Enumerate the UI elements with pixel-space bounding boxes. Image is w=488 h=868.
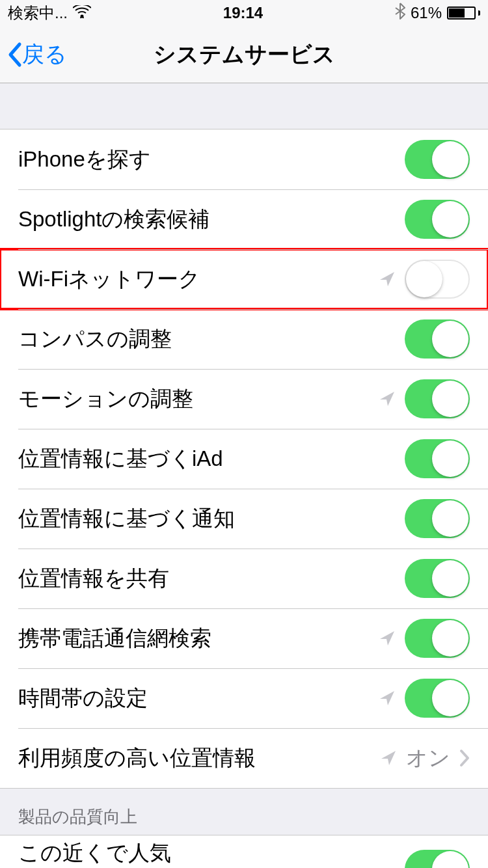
setting-label: この近くで人気 [18,839,405,868]
setting-row: 位置情報に基づくiAd [0,429,488,489]
svg-point-0 [81,15,84,18]
setting-label: 位置情報に基づく通知 [18,504,405,534]
nav-bar: 戻る システムサービス [0,26,488,83]
setting-row: モーションの調整 [0,369,488,429]
settings-list: iPhoneを探すSpotlightの検索候補Wi-Fiネットワークコンパスの調… [0,129,488,789]
setting-label: モーションの調整 [18,385,379,414]
setting-label: 携帯電話通信網検索 [18,624,379,653]
toggle-switch[interactable] [405,319,470,359]
setting-label: iPhoneを探す [18,145,405,174]
status-bar: 検索中... 19:14 61% [0,0,488,26]
settings-list-2: この近くで人気 [0,835,488,868]
wifi-icon [73,4,91,22]
location-arrow-icon [379,390,396,407]
setting-row: 位置情報に基づく通知 [0,489,488,549]
setting-row: 携帯電話通信網検索 [0,608,488,668]
setting-row: 時間帯の設定 [0,668,488,728]
location-arrow-icon [379,690,396,707]
carrier-text: 検索中... [8,3,68,23]
chevron-right-icon [459,749,470,767]
location-arrow-icon [379,271,396,288]
chevron-left-icon [7,42,22,68]
setting-row: Wi-Fiネットワーク [0,249,488,309]
toggle-switch[interactable] [405,260,470,299]
location-arrow-icon [380,750,397,766]
bluetooth-icon [395,3,405,23]
setting-label: 時間帯の設定 [18,684,379,713]
toggle-switch[interactable] [405,559,470,598]
detail-value: オン [406,744,450,773]
status-time: 19:14 [223,4,263,22]
toggle-switch[interactable] [405,140,470,179]
setting-row: Spotlightの検索候補 [0,189,488,249]
battery-percent: 61% [411,4,442,22]
back-label: 戻る [22,40,67,70]
battery-icon [447,7,480,20]
toggle-switch[interactable] [405,619,470,658]
toggle-switch[interactable] [405,379,470,418]
back-button[interactable]: 戻る [0,40,67,70]
section-header-quality: 製品の品質向上 [0,789,488,835]
toggle-switch[interactable] [405,679,470,718]
setting-row-detail[interactable]: 利用頻度の高い位置情報オン [0,728,488,788]
setting-row: 位置情報を共有 [0,549,488,608]
setting-row: コンパスの調整 [0,309,488,369]
setting-label: Wi-Fiネットワーク [18,265,379,294]
toggle-switch[interactable] [405,200,470,239]
setting-label: 位置情報を共有 [18,564,405,593]
setting-label: 位置情報に基づくiAd [18,444,405,474]
setting-label: 利用頻度の高い位置情報 [18,744,380,773]
toggle-switch[interactable] [405,850,470,868]
setting-row: iPhoneを探す [0,129,488,189]
setting-row: この近くで人気 [0,835,488,868]
toggle-switch[interactable] [405,499,470,538]
page-title: システムサービス [0,40,488,70]
location-arrow-icon [379,630,396,647]
setting-label: Spotlightの検索候補 [18,205,405,234]
toggle-switch[interactable] [405,439,470,478]
setting-label: コンパスの調整 [18,325,405,354]
